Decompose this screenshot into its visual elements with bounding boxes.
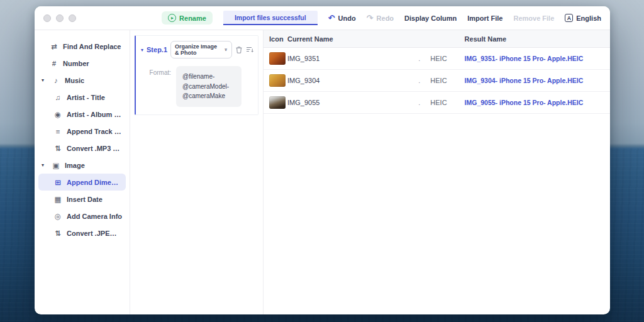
sidebar-item-label: Number bbox=[63, 60, 89, 67]
sidebar-item-find-and-replace[interactable]: ⇄ Find And Replace bbox=[38, 38, 126, 55]
trash-icon bbox=[235, 46, 243, 54]
sidebar: ⇄ Find And Replace # Number ▾ ♪ Music ♫ … bbox=[35, 30, 130, 314]
titlebar: ▸ Rename Import files successful ↶ Undo … bbox=[35, 6, 610, 30]
language-label: English bbox=[576, 14, 601, 22]
import-file-button[interactable]: Import File bbox=[467, 14, 502, 22]
language-button[interactable]: A English bbox=[565, 14, 601, 22]
extension: HEIC bbox=[430, 99, 447, 106]
format-line: @cameraModel- bbox=[182, 82, 235, 92]
file-thumbnail-cell bbox=[264, 74, 287, 87]
file-table: Icon Current Name Result Name IMG_9351 .… bbox=[264, 30, 610, 314]
zoom-button[interactable] bbox=[69, 14, 76, 22]
sidebar-item-insert-date[interactable]: ▦ Insert Date bbox=[38, 191, 126, 208]
translate-icon: A bbox=[565, 14, 573, 22]
sidebar-item-artist-title[interactable]: ♫ Artist - Title bbox=[38, 89, 126, 106]
image-icon: ▣ bbox=[52, 161, 60, 170]
delete-step-button[interactable] bbox=[235, 46, 243, 54]
sidebar-item-label: Music bbox=[65, 77, 84, 84]
steps-panel: ▾ Step.1 Organize Image & Photo ∨ bbox=[130, 30, 264, 314]
convert-icon: ⇅ bbox=[53, 229, 62, 238]
display-column-button[interactable]: Display Column bbox=[404, 14, 457, 22]
file-thumbnail bbox=[269, 52, 286, 65]
close-button[interactable] bbox=[43, 14, 51, 22]
sidebar-item-label: Append Track Info bbox=[67, 128, 122, 135]
table-row[interactable]: IMG_9055 . HEIC IMG_9055- iPhone 15 Pro-… bbox=[264, 92, 610, 114]
step-action-dropdown[interactable]: Organize Image & Photo ∨ bbox=[170, 41, 232, 58]
rename-button[interactable]: ▸ Rename bbox=[162, 11, 213, 25]
current-name-cell: IMG_9351 . HEIC bbox=[287, 55, 465, 62]
convert-icon: ⇅ bbox=[53, 144, 62, 153]
file-thumbnail bbox=[269, 96, 286, 109]
step-card: ▾ Step.1 Organize Image & Photo ∨ bbox=[135, 35, 258, 115]
sidebar-item-convert-jpeg[interactable]: ⇅ Convert .JPEG to .jpg bbox=[38, 225, 126, 242]
sidebar-item-add-camera-info[interactable]: ◎ Add Camera Info bbox=[38, 208, 126, 225]
sidebar-item-artist-album-title[interactable]: ◉ Artist - Album - Title bbox=[38, 106, 126, 123]
extension-cell: . HEIC bbox=[418, 55, 464, 62]
sidebar-item-label: Add Camera Info bbox=[67, 213, 122, 220]
sidebar-item-append-track-info[interactable]: ≡ Append Track Info bbox=[38, 123, 126, 140]
current-name-cell: IMG_9055 . HEIC bbox=[287, 99, 465, 106]
redo-icon: ↷ bbox=[367, 14, 374, 22]
result-name: IMG_9304- iPhone 15 Pro- Apple.HEIC bbox=[465, 77, 610, 84]
table-row[interactable]: IMG_9351 . HEIC IMG_9351- iPhone 15 Pro-… bbox=[264, 48, 610, 70]
table-header: Icon Current Name Result Name bbox=[264, 30, 610, 48]
toolbar: ▸ Rename Import files successful ↶ Undo … bbox=[162, 11, 601, 25]
sidebar-item-convert-mp3[interactable]: ⇅ Convert .MP3 to .mp3 bbox=[38, 140, 126, 157]
sidebar-group-music[interactable]: ▾ ♪ Music bbox=[38, 72, 126, 89]
sort-lines-icon bbox=[246, 46, 254, 53]
undo-icon: ↶ bbox=[328, 14, 335, 22]
format-label: Format: bbox=[141, 66, 171, 107]
file-thumbnail-cell bbox=[264, 52, 287, 65]
redo-label: Redo bbox=[377, 14, 394, 22]
extension-dot: . bbox=[418, 55, 420, 62]
extension-cell: . HEIC bbox=[418, 99, 464, 106]
sidebar-item-label: Insert Date bbox=[67, 196, 103, 203]
extension: HEIC bbox=[430, 55, 447, 62]
step-title: Step.1 bbox=[147, 46, 167, 53]
current-name: IMG_9351 bbox=[287, 55, 319, 62]
camera-icon: ◎ bbox=[53, 212, 62, 221]
column-header-icon: Icon bbox=[264, 35, 287, 43]
caret-down-icon: ▾ bbox=[42, 77, 47, 83]
redo-button[interactable]: ↷ Redo bbox=[367, 14, 394, 22]
find-replace-icon: ⇄ bbox=[50, 42, 58, 51]
reorder-steps-button[interactable] bbox=[246, 46, 254, 53]
sidebar-item-label: Image bbox=[65, 162, 85, 169]
extension-cell: . HEIC bbox=[418, 77, 464, 84]
minimize-button[interactable] bbox=[56, 14, 64, 22]
undo-label: Undo bbox=[338, 14, 356, 22]
file-thumbnail-cell bbox=[264, 96, 287, 109]
sidebar-item-label: Convert .JPEG to .jpg bbox=[67, 230, 122, 237]
extension-dot: . bbox=[418, 99, 420, 106]
sidebar-item-label: Convert .MP3 to .mp3 bbox=[67, 145, 122, 152]
file-thumbnail bbox=[269, 74, 286, 87]
remove-file-button[interactable]: Remove File bbox=[513, 14, 554, 22]
sidebar-item-label: Append Dimension bbox=[67, 179, 122, 186]
result-name: IMG_9055- iPhone 15 Pro- Apple.HEIC bbox=[465, 99, 610, 106]
number-icon: # bbox=[50, 60, 58, 67]
result-name: IMG_9351- iPhone 15 Pro- Apple.HEIC bbox=[465, 55, 610, 62]
chevron-down-icon: ∨ bbox=[224, 47, 228, 52]
traffic-lights bbox=[43, 14, 76, 22]
undo-button[interactable]: ↶ Undo bbox=[328, 14, 356, 22]
extension: HEIC bbox=[430, 77, 447, 84]
artist-title-icon: ♫ bbox=[53, 94, 62, 101]
rename-button-label: Rename bbox=[179, 14, 206, 22]
sidebar-item-label: Artist - Title bbox=[67, 94, 105, 101]
step-action-dropdown-value: Organize Image & Photo bbox=[175, 43, 221, 56]
sidebar-group-image[interactable]: ▾ ▣ Image bbox=[38, 157, 126, 174]
extension-dot: . bbox=[418, 77, 420, 84]
play-circle-icon: ▸ bbox=[168, 14, 176, 22]
sidebar-item-label: Find And Replace bbox=[63, 43, 121, 50]
step-collapse-caret-icon[interactable]: ▾ bbox=[141, 47, 143, 53]
table-row[interactable]: IMG_9304 . HEIC IMG_9304- iPhone 15 Pro-… bbox=[264, 70, 610, 92]
sidebar-item-append-dimension[interactable]: ⊞ Append Dimension bbox=[38, 174, 126, 191]
format-line: @filename- bbox=[182, 72, 235, 82]
caret-down-icon: ▾ bbox=[42, 162, 47, 168]
format-input[interactable]: @filename- @cameraModel- @cameraMake bbox=[176, 66, 242, 107]
track-info-icon: ≡ bbox=[53, 128, 62, 135]
app-window: ▸ Rename Import files successful ↶ Undo … bbox=[35, 6, 610, 314]
current-name-cell: IMG_9304 . HEIC bbox=[287, 77, 465, 84]
sidebar-item-number[interactable]: # Number bbox=[38, 55, 126, 72]
current-name: IMG_9055 bbox=[287, 99, 319, 106]
